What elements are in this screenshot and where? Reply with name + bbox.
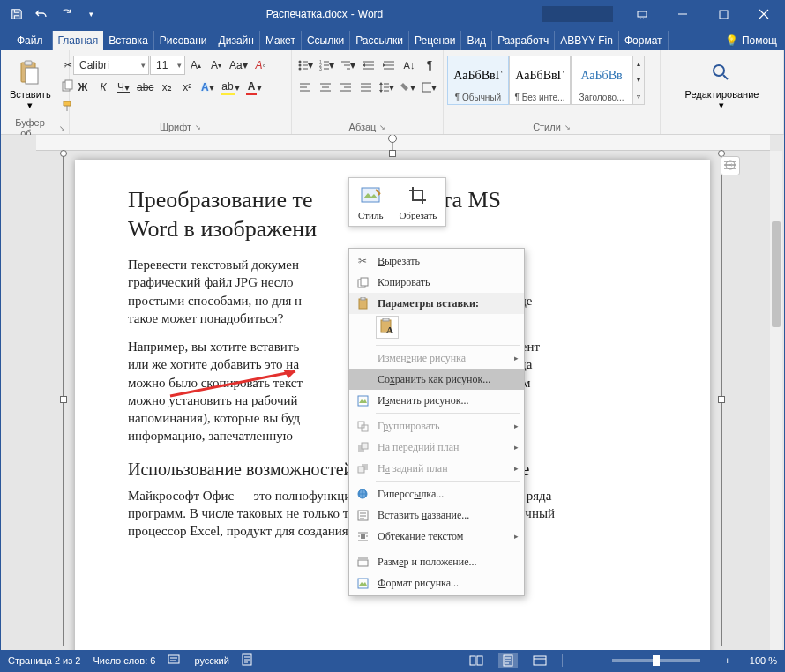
style-normal[interactable]: АаБбВвГ ¶ Обычный <box>447 56 509 105</box>
status-words[interactable]: Число слов: 6 <box>93 655 155 666</box>
font-launcher[interactable]: ↘ <box>195 123 201 131</box>
grow-font-button[interactable]: A▴ <box>186 56 206 75</box>
clear-formatting-button[interactable]: A◦ <box>251 56 271 75</box>
italic-button[interactable]: К <box>93 78 113 97</box>
font-size-combo[interactable]: 11 <box>150 56 185 75</box>
style-heading1[interactable]: АаБбВв Заголово... <box>571 56 632 105</box>
ctx-size-position[interactable]: Размер и положение... <box>349 551 524 572</box>
tab-insert[interactable]: Вставка <box>103 31 154 50</box>
read-mode-button[interactable] <box>467 653 486 668</box>
spellcheck-icon[interactable] <box>168 653 182 668</box>
resize-handle-w[interactable] <box>60 396 67 403</box>
align-right-button[interactable] <box>336 78 355 97</box>
line-spacing-button[interactable]: ▾ <box>377 78 397 97</box>
styles-down[interactable]: ▾ <box>629 73 648 87</box>
page[interactable]: Преобразование текста документа MS Word … <box>75 160 710 650</box>
tab-file[interactable]: Файл <box>8 31 53 50</box>
tab-design[interactable]: Дизайн <box>213 31 260 50</box>
zoom-level[interactable]: 100 % <box>750 655 777 666</box>
vertical-scrollbar[interactable] <box>770 151 782 650</box>
web-layout-button[interactable] <box>530 653 550 668</box>
align-left-button[interactable] <box>295 78 315 97</box>
ctx-hyperlink[interactable]: Гиперссылка... <box>349 483 524 504</box>
bold-button[interactable]: Ж <box>73 78 93 97</box>
size-icon <box>355 556 370 568</box>
tab-developer[interactable]: Разработч <box>492 31 555 50</box>
ctx-edit-picture[interactable]: Изменить рисунок... <box>349 390 524 411</box>
layout-options-icon[interactable] <box>721 156 740 175</box>
mini-crop-button[interactable]: Обрезать <box>393 182 442 222</box>
save-icon[interactable] <box>8 5 26 23</box>
account-area[interactable] <box>542 6 613 22</box>
print-layout-button[interactable] <box>498 653 518 668</box>
subscript-button[interactable]: x₂ <box>157 78 176 97</box>
superscript-button[interactable]: x² <box>177 78 197 97</box>
maximize-button[interactable] <box>703 1 744 27</box>
close-button[interactable] <box>744 1 784 27</box>
underline-button[interactable]: Ч▾ <box>114 78 133 97</box>
align-center-button[interactable] <box>316 78 335 97</box>
text-effects-button[interactable]: A▾ <box>198 78 217 97</box>
numbering-button[interactable]: 123▾ <box>317 56 337 75</box>
ctx-caption[interactable]: Вставить название... <box>349 504 524 526</box>
resize-handle-nw[interactable] <box>60 150 67 157</box>
tab-view[interactable]: Вид <box>461 31 492 50</box>
ribbon-options-icon[interactable] <box>622 1 662 27</box>
tab-draw[interactable]: Рисовани <box>154 31 213 50</box>
font-name-combo[interactable]: Calibri <box>73 56 149 75</box>
status-language[interactable]: русский <box>194 655 228 666</box>
zoom-in-button[interactable]: + <box>718 653 737 668</box>
strike-button[interactable]: abc <box>134 78 156 97</box>
horizontal-ruler[interactable] <box>36 135 770 151</box>
resize-handle-e[interactable] <box>718 396 725 403</box>
ctx-cut[interactable]: ✂Вырезать <box>349 250 524 272</box>
bullets-button[interactable]: ▾ <box>295 56 316 75</box>
highlight-button[interactable]: ab▾ <box>218 78 242 97</box>
styles-up[interactable]: ▴ <box>629 57 648 71</box>
justify-button[interactable] <box>356 78 376 97</box>
shrink-font-button[interactable]: A▾ <box>206 56 226 75</box>
redo-icon[interactable] <box>57 5 75 23</box>
tab-mailings[interactable]: Рассылки <box>350 31 409 50</box>
tab-abbyy[interactable]: ABBYY Fin <box>555 31 619 50</box>
tab-home[interactable]: Главная <box>53 31 104 50</box>
tab-format[interactable]: Формат <box>619 31 669 50</box>
style-no-spacing[interactable]: АаБбВвГ ¶ Без инте... <box>509 56 571 105</box>
qat-customize-icon[interactable]: ▾ <box>82 5 100 23</box>
status-page[interactable]: Страница 2 из 2 <box>8 655 80 666</box>
editing-button[interactable]: Редактирование▾ <box>680 56 765 114</box>
resize-handle-n[interactable] <box>389 150 396 157</box>
zoom-thumb[interactable] <box>653 655 660 666</box>
styles-more[interactable]: ▿ <box>629 89 648 103</box>
change-case-button[interactable]: Aa▾ <box>227 56 250 75</box>
undo-icon[interactable] <box>33 5 50 23</box>
font-color-button[interactable]: A▾ <box>243 78 265 97</box>
mini-style-button[interactable]: Стиль <box>353 182 388 222</box>
show-marks-button[interactable]: ¶ <box>420 56 439 75</box>
ctx-format-picture[interactable]: Формат рисунка... <box>349 572 524 594</box>
track-changes-icon[interactable] <box>242 653 254 668</box>
tab-layout[interactable]: Макет <box>260 31 302 50</box>
tab-review[interactable]: Рецензи <box>409 31 461 50</box>
shading-button[interactable]: ▾ <box>398 78 418 97</box>
paste-keep-text-button[interactable]: A <box>376 316 399 339</box>
tell-me[interactable]: 💡 Помощ <box>718 31 784 50</box>
ctx-wrap-text[interactable]: Обтекание текстом▸ <box>349 526 524 547</box>
styles-launcher[interactable]: ↘ <box>564 123 571 131</box>
clipboard-launcher[interactable]: ↘ <box>59 124 65 132</box>
paste-button[interactable]: Вставить▾ <box>4 56 56 114</box>
paragraph-launcher[interactable]: ↘ <box>379 123 385 131</box>
ctx-save-as-picture[interactable]: Сохранить как рисунок... <box>349 369 524 390</box>
scrollbar-thumb[interactable] <box>772 221 781 327</box>
borders-button[interactable]: ▾ <box>419 78 439 97</box>
zoom-out-button[interactable]: − <box>575 653 594 668</box>
zoom-slider[interactable] <box>612 659 700 662</box>
sort-button[interactable]: A↓ <box>400 56 419 75</box>
minimize-button[interactable] <box>662 1 703 27</box>
tab-references[interactable]: Ссылки <box>302 31 350 50</box>
increase-indent-button[interactable] <box>379 56 399 75</box>
ctx-copy[interactable]: Копировать <box>349 272 524 293</box>
multilevel-button[interactable]: ▾ <box>338 56 358 75</box>
document-area: Преобразование текста документа MS Word … <box>1 135 784 650</box>
decrease-indent-button[interactable] <box>359 56 378 75</box>
